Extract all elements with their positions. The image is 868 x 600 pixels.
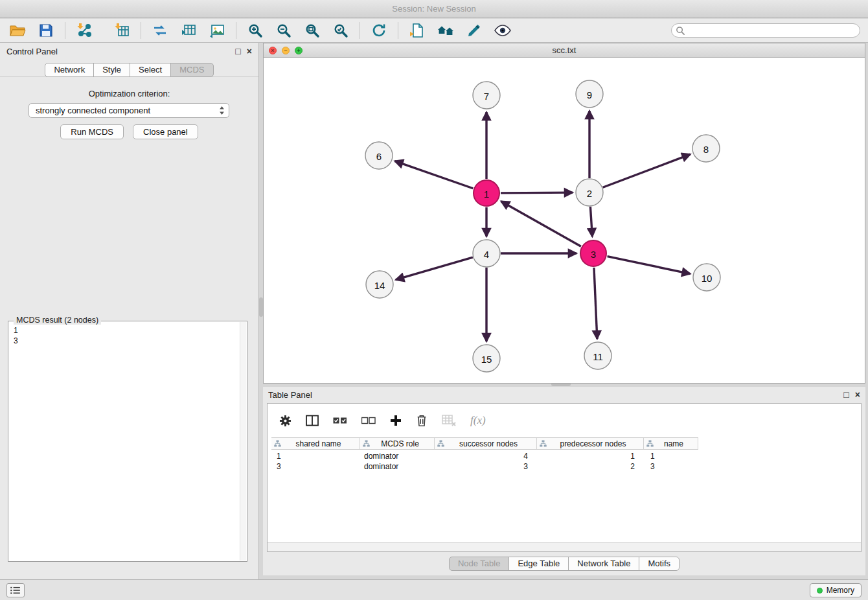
mcds-result-lines: 1 3 — [14, 325, 236, 346]
column-header-mcds-role[interactable]: MCDS role — [360, 438, 435, 449]
window-titlebar[interactable]: Session: New Session — [0, 0, 868, 18]
select-all-button[interactable] — [333, 415, 347, 426]
cell-shared-name[interactable]: 3 — [271, 461, 360, 472]
cell-predecessor-nodes[interactable]: 1 — [537, 451, 644, 461]
network-file-button[interactable] — [407, 21, 427, 40]
tab-mcds[interactable]: MCDS — [170, 63, 213, 77]
network-canvas[interactable]: 7968124314101511 — [264, 58, 865, 383]
cell-name[interactable]: 3 — [644, 461, 698, 472]
list-icon — [10, 586, 21, 594]
cell-predecessor-nodes[interactable]: 2 — [537, 461, 644, 472]
zoom-selected-button[interactable] — [331, 21, 350, 40]
tab-network[interactable]: Network — [45, 63, 94, 77]
add-column-button[interactable] — [390, 415, 402, 426]
graph-node-label: 8 — [703, 144, 709, 155]
network-graph[interactable]: 7968124314101511 — [264, 58, 865, 383]
optimization-criterion-select[interactable]: strongly connected component — [29, 103, 229, 118]
cell-shared-name[interactable]: 1 — [271, 451, 360, 461]
zoom-out-icon — [276, 23, 291, 38]
show-columns-button[interactable] — [306, 415, 319, 426]
tab-node-table[interactable]: Node Table — [449, 557, 510, 571]
column-header-predecessor-nodes[interactable]: predecessor nodes — [537, 438, 644, 449]
column-header-name[interactable]: name — [644, 438, 698, 449]
attribute-icon — [363, 440, 370, 447]
graph-edge-3-11[interactable] — [594, 268, 597, 339]
tab-edge-table[interactable]: Edge Table — [508, 557, 569, 571]
save-session-button[interactable] — [36, 21, 56, 40]
close-panel-button[interactable]: Close panel — [133, 124, 198, 139]
folder-open-icon — [9, 23, 26, 38]
tab-motifs[interactable]: Motifs — [639, 557, 680, 571]
graph-edge-1-2[interactable] — [501, 192, 573, 193]
dropdown-selected-value: strongly connected component — [36, 106, 150, 115]
table-settings-button[interactable] — [279, 415, 291, 427]
network-window-titlebar[interactable]: scc.txt × − + — [264, 43, 865, 58]
run-mcds-button[interactable]: Run MCDS — [60, 124, 124, 139]
network-view-window: scc.txt × − + 7968124314101511 — [263, 43, 865, 384]
attribute-icon — [646, 440, 654, 447]
show-graphics-button[interactable] — [493, 21, 512, 40]
graph-edge-3-10[interactable] — [608, 257, 691, 274]
deselect-all-button[interactable] — [361, 415, 376, 426]
delete-table-icon — [442, 415, 456, 426]
graph-node-label: 9 — [587, 89, 592, 100]
plus-icon — [390, 415, 402, 426]
new-network-button[interactable] — [150, 21, 170, 40]
close-panel-icon[interactable]: × — [247, 47, 252, 56]
style-button[interactable] — [464, 21, 484, 40]
zoom-fit-button[interactable] — [303, 21, 322, 40]
network-icon — [152, 23, 168, 38]
mcds-result-line: 1 — [14, 325, 236, 336]
column-header-shared-name[interactable]: shared name — [271, 438, 360, 449]
import-table-button[interactable] — [112, 21, 131, 40]
tab-select[interactable]: Select — [130, 63, 171, 77]
image-icon — [209, 23, 225, 38]
table-panel: Table Panel □ × — [263, 387, 865, 575]
column-header-successor-nodes[interactable]: successor nodes — [435, 438, 537, 449]
zoom-selected-icon — [333, 23, 348, 38]
table-row[interactable]: 1 dominator 4 1 1 — [271, 451, 698, 461]
task-history-button[interactable] — [6, 583, 25, 597]
graph-node-label: 2 — [587, 188, 592, 199]
result-scrollbar[interactable] — [240, 322, 246, 560]
float-panel-icon[interactable]: □ — [235, 47, 240, 56]
graph-node-label: 1 — [484, 189, 489, 200]
tab-style[interactable]: Style — [93, 63, 130, 77]
trash-icon — [416, 414, 428, 427]
table-horizontal-scrollbar[interactable] — [268, 542, 861, 551]
delete-table-button — [442, 415, 456, 426]
home-button[interactable] — [436, 21, 455, 40]
graph-edge-2-8[interactable] — [603, 154, 691, 187]
tab-network-table[interactable]: Network Table — [568, 557, 639, 571]
delete-column-button[interactable] — [416, 414, 428, 427]
import-table-icon — [114, 23, 130, 38]
zoom-in-button[interactable] — [246, 21, 265, 40]
search-input[interactable] — [671, 23, 860, 38]
toolbar-separator — [236, 22, 236, 39]
zoom-out-button[interactable] — [274, 21, 293, 40]
cell-successor-nodes[interactable]: 3 — [435, 461, 537, 472]
home-icon — [437, 23, 454, 38]
table-row[interactable]: 3 dominator 3 2 3 — [271, 461, 698, 472]
zoom-fit-icon — [304, 23, 320, 38]
import-network-icon — [76, 23, 92, 38]
window-title: Session: New Session — [392, 4, 475, 14]
import-network-button[interactable] — [74, 21, 94, 40]
cell-mcds-role[interactable]: dominator — [360, 451, 435, 461]
float-panel-icon[interactable]: □ — [843, 390, 849, 399]
export-image-button[interactable] — [207, 21, 227, 40]
memory-button[interactable]: Memory — [810, 583, 862, 597]
cell-name[interactable]: 1 — [644, 451, 698, 461]
cell-mcds-role[interactable]: dominator — [360, 461, 435, 472]
graph-edge-2-3[interactable] — [590, 207, 592, 237]
graph-edge-3-1[interactable] — [501, 202, 581, 246]
new-table-button[interactable] — [179, 21, 198, 40]
graph-node-label: 4 — [484, 249, 489, 260]
graph-edge-4-14[interactable] — [396, 257, 473, 280]
open-file-button[interactable] — [8, 21, 27, 40]
table-panel-header: Table Panel □ × — [263, 387, 865, 402]
graph-edge-1-6[interactable] — [395, 161, 474, 189]
close-panel-icon[interactable]: × — [855, 390, 860, 399]
refresh-layout-button[interactable] — [369, 21, 389, 40]
cell-successor-nodes[interactable]: 4 — [435, 451, 537, 461]
